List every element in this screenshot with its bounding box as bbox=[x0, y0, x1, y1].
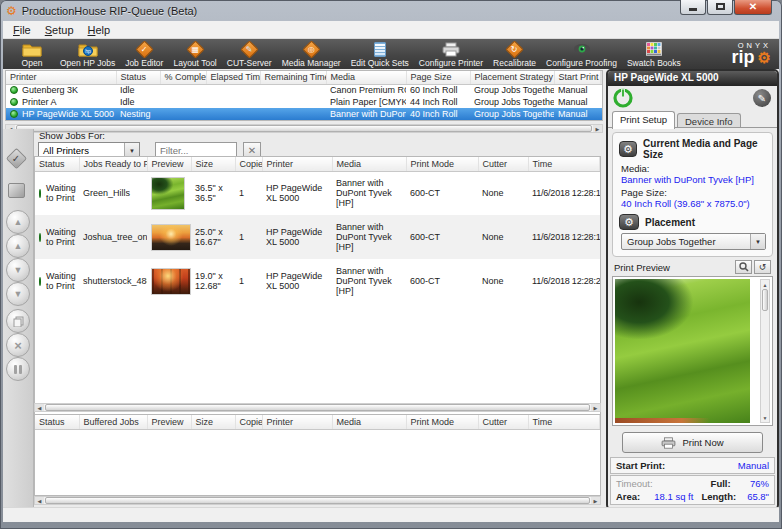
power-button[interactable] bbox=[613, 88, 633, 110]
col-copies[interactable]: Copies bbox=[235, 157, 262, 171]
col-buffered-jobs[interactable]: Buffered Jobs bbox=[79, 415, 147, 429]
cancel-job-button[interactable]: × bbox=[6, 333, 30, 357]
media-manager-icon: ◎ bbox=[305, 41, 318, 57]
tab-print-setup[interactable]: Print Setup bbox=[612, 111, 675, 129]
col-preview[interactable]: Preview bbox=[147, 157, 191, 171]
edit-printer-button[interactable]: ✎ bbox=[753, 89, 771, 107]
toolbar-cut-server-button[interactable]: ✎ CUT-Server bbox=[222, 41, 277, 68]
onyx-app-icon: ⚙ bbox=[6, 5, 17, 17]
col-jobs-ready[interactable]: Jobs Ready to Print bbox=[79, 157, 147, 171]
col-placement-strategy[interactable]: Placement Strategy bbox=[470, 71, 554, 84]
tab-device-info[interactable]: Device Info bbox=[677, 113, 741, 128]
col-print-mode[interactable]: Print Mode bbox=[406, 157, 478, 171]
hold-job-button[interactable] bbox=[6, 357, 30, 381]
col-timeout[interactable]: Timeout bbox=[600, 71, 602, 84]
toolbar-open-button[interactable]: Open bbox=[9, 41, 55, 68]
move-down-button[interactable]: ▼ bbox=[6, 258, 30, 282]
job-row-green-hills[interactable]: Waiting to Print Green_Hills 36.5" x 36.… bbox=[35, 171, 600, 215]
media-value-link[interactable]: Banner with DuPont Tyvek [HP] bbox=[621, 174, 766, 185]
zoom-preview-button[interactable] bbox=[735, 260, 752, 274]
col-start-print[interactable]: Start Print bbox=[554, 71, 600, 84]
col-elapsed-time[interactable]: Elapsed Time bbox=[206, 71, 260, 84]
job-editor-icon: ✓ bbox=[138, 41, 151, 57]
printer-row-hp-pagewide-selected[interactable]: HP PageWide XL 5000 Nesting Banner with … bbox=[6, 108, 602, 120]
window-title: ProductionHouse RIP-Queue (Beta) bbox=[22, 5, 197, 17]
apply-quick-set-button[interactable]: ✓ bbox=[6, 148, 27, 169]
close-button[interactable]: ✕ bbox=[734, 0, 772, 15]
col-preview[interactable]: Preview bbox=[147, 415, 191, 429]
col-remaining-time[interactable]: Remaining Time bbox=[260, 71, 326, 84]
menu-setup[interactable]: Setup bbox=[38, 22, 81, 38]
menu-help[interactable]: Help bbox=[81, 22, 118, 38]
toolbar-edit-quick-sets-button[interactable]: Edit Quick Sets bbox=[346, 41, 414, 68]
printer-row-printer-a[interactable]: Printer A Idle Plain Paper [CMYK Halfton… bbox=[6, 96, 602, 108]
length-label: Length: bbox=[701, 491, 736, 502]
toolbar-configure-proofing-button[interactable]: Configure Proofing bbox=[541, 41, 622, 68]
toolbar-layout-tool-button[interactable]: ▦ Layout Tool bbox=[168, 41, 221, 68]
printer-row-gutenberg[interactable]: Gutenberg 3K Idle Canon Premium RC Photo… bbox=[6, 84, 602, 96]
page-size-label: Page Size: bbox=[621, 187, 766, 198]
print-setup-groupbox: ⚙ Current Media and Page Size Media: Ban… bbox=[612, 132, 773, 257]
jobs-horizontal-scrollbar[interactable]: ◀▶ bbox=[34, 403, 601, 412]
col-page-size[interactable]: Page Size bbox=[406, 71, 470, 84]
job-row-joshua-tree[interactable]: Waiting to Print Joshua_tree_onyx 25.0" … bbox=[35, 215, 600, 259]
configure-proofing-icon bbox=[573, 41, 591, 57]
col-printer[interactable]: Printer bbox=[262, 415, 332, 429]
full-value: 76% bbox=[750, 478, 769, 489]
maximize-button[interactable] bbox=[707, 0, 733, 15]
media-settings-button[interactable]: ⚙ bbox=[619, 141, 637, 157]
col-cutter[interactable]: Cutter bbox=[478, 157, 528, 171]
media-label: Media: bbox=[621, 163, 766, 174]
col-cutter[interactable]: Cutter bbox=[478, 415, 528, 429]
col-time[interactable]: Time bbox=[528, 157, 600, 171]
device-panel-title: HP PageWide XL 5000 bbox=[608, 71, 777, 86]
col-percent-complete[interactable]: % Complete bbox=[160, 71, 206, 84]
svg-text:hp: hp bbox=[85, 48, 91, 54]
edit-job-button[interactable] bbox=[8, 183, 25, 198]
col-time[interactable]: Time bbox=[528, 415, 600, 429]
cut-server-icon: ✎ bbox=[243, 41, 256, 57]
refresh-preview-button[interactable]: ↺ bbox=[754, 260, 771, 274]
toolbar-recalibrate-button[interactable]: ↻ Recalibrate bbox=[488, 41, 541, 68]
minimize-button[interactable] bbox=[680, 0, 706, 15]
col-media[interactable]: Media bbox=[332, 157, 406, 171]
col-print-mode[interactable]: Print Mode bbox=[406, 415, 478, 429]
col-copies[interactable]: Copies bbox=[235, 415, 262, 429]
col-status[interactable]: Status bbox=[116, 71, 160, 84]
col-printer[interactable]: Printer bbox=[6, 71, 116, 84]
move-top-button[interactable]: ▲ bbox=[6, 210, 30, 234]
col-media[interactable]: Media bbox=[332, 415, 406, 429]
col-printer[interactable]: Printer bbox=[262, 157, 332, 171]
col-size[interactable]: Size bbox=[191, 157, 235, 171]
move-bottom-button[interactable]: ▼ bbox=[6, 282, 30, 306]
status-bar bbox=[3, 507, 779, 522]
start-print-value[interactable]: Manual bbox=[738, 460, 769, 471]
toolbar-media-manager-button[interactable]: ◎ Media Manager bbox=[277, 41, 346, 68]
toolbar-job-editor-button[interactable]: ✓ Job Editor bbox=[120, 41, 168, 68]
job-preview-thumbnail bbox=[151, 224, 191, 251]
buffered-horizontal-scrollbar[interactable]: ◀▶ bbox=[34, 496, 601, 505]
print-job-button[interactable] bbox=[6, 309, 30, 333]
toolbar-open-hp-jobs-button[interactable]: hp Open HP Jobs bbox=[55, 41, 120, 68]
placement-settings-button[interactable]: ⚙ bbox=[619, 214, 639, 230]
page-size-value-link[interactable]: 40 Inch Roll (39.68" x 7875.0") bbox=[621, 198, 766, 209]
col-status[interactable]: Status bbox=[35, 157, 79, 171]
toolbar-swatch-books-button[interactable]: Swatch Books bbox=[622, 41, 686, 68]
title-bar[interactable]: ⚙ ProductionHouse RIP-Queue (Beta) ✕ bbox=[0, 0, 782, 21]
arrow-up-icon: ▲ bbox=[14, 217, 23, 227]
menu-file[interactable]: File bbox=[6, 22, 38, 38]
pencil-icon: ✎ bbox=[758, 93, 766, 104]
toolbar-configure-printer-button[interactable]: Configure Printer bbox=[414, 41, 488, 68]
col-media[interactable]: Media bbox=[326, 71, 406, 84]
job-row-shutterstock[interactable]: Waiting to Print shutterstock_488618... … bbox=[35, 259, 600, 303]
col-size[interactable]: Size bbox=[191, 415, 235, 429]
col-status[interactable]: Status bbox=[35, 415, 79, 429]
preview-vertical-scrollbar[interactable]: ▲▼ bbox=[760, 279, 770, 423]
pages-icon bbox=[13, 316, 24, 327]
swatch-books-icon bbox=[646, 41, 662, 57]
full-label: Full: bbox=[711, 478, 731, 489]
printers-table: Printer Status % Complete Elapsed Time R… bbox=[5, 70, 603, 121]
move-up-button[interactable]: ▲ bbox=[6, 234, 30, 258]
print-now-button[interactable]: Print Now bbox=[622, 432, 763, 453]
placement-dropdown[interactable]: Group Jobs Together ▼ bbox=[621, 233, 766, 250]
